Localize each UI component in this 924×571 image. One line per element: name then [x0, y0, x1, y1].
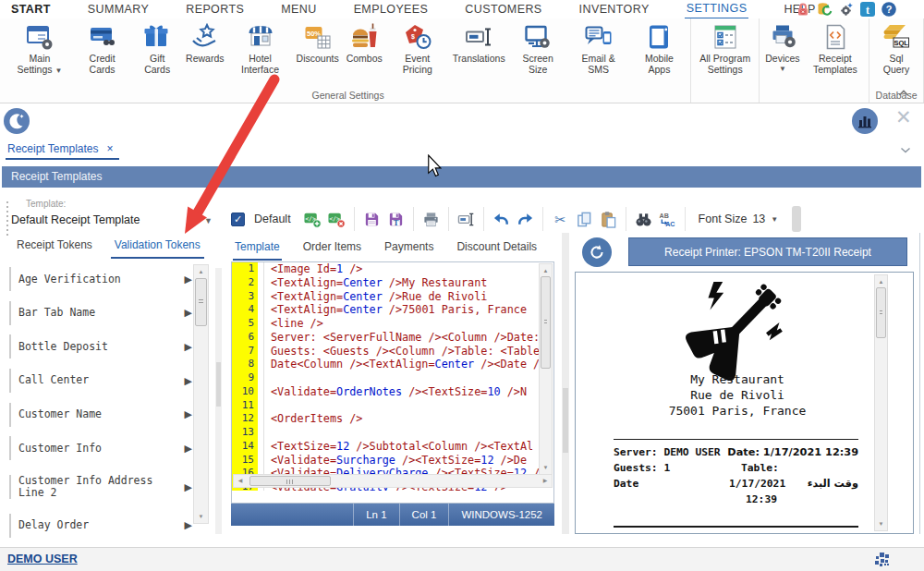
menu-item-start[interactable]: START	[9, 1, 53, 18]
ribbon-item-main-settings[interactable]: Main Settings ▼	[7, 22, 72, 77]
insert-token-play-icon[interactable]: ▶	[185, 375, 192, 387]
token-item-customer-info-address-line-2[interactable]: Customer Info Address Line 2▶	[9, 466, 192, 509]
scrollbar-thumb[interactable]	[195, 278, 207, 326]
insert-token-play-icon[interactable]: ▶	[185, 273, 192, 286]
menu-item-employees[interactable]: EMPLOYEES	[352, 1, 431, 18]
insert-token-play-icon[interactable]: ▶	[185, 341, 192, 353]
token-item-customer-name[interactable]: Customer Name▶	[9, 397, 192, 431]
close-icon[interactable]: ✕	[895, 107, 912, 127]
ribbon-item-email-sms[interactable]: Email & SMS	[567, 22, 630, 76]
menu-item-summary[interactable]: SUMMARY	[86, 1, 151, 18]
toolbar-overflow-handle[interactable]	[792, 206, 801, 232]
default-checkbox[interactable]: ✓	[231, 213, 245, 226]
ribbon-item-event-pricing[interactable]: $Event Pricing	[386, 22, 449, 76]
undo-icon[interactable]	[492, 210, 511, 229]
night-mode-icon[interactable]	[4, 108, 30, 134]
token-item-call-center[interactable]: Call Center▶	[9, 364, 192, 398]
token-item-age-verification[interactable]: Age Verification▶	[9, 262, 192, 297]
insert-token-play-icon[interactable]: ▶	[185, 307, 192, 319]
redo-icon[interactable]	[516, 210, 535, 229]
find-icon[interactable]	[634, 210, 653, 229]
menu-item-settings[interactable]: SETTINGS	[685, 0, 749, 19]
scroll-up-icon[interactable]: ▲	[875, 276, 887, 287]
token-item-customer-info[interactable]: Customer Info▶	[9, 431, 192, 466]
tab-close-icon[interactable]: ×	[107, 142, 114, 155]
insert-token-play-icon[interactable]: ▶	[185, 408, 192, 420]
cut-icon[interactable]: ✂	[551, 210, 570, 229]
insert-token-play-icon[interactable]: ▶	[185, 443, 192, 455]
panel-splitter[interactable]	[215, 268, 222, 534]
ribbon-item-credit-cards[interactable]: Credit Cards	[72, 22, 132, 76]
token-list-scrollbar[interactable]: ▲ ▼	[193, 264, 209, 524]
template-dropdown[interactable]: Default Receipt Template	[11, 213, 140, 226]
ribbon-item-gift-cards[interactable]: Gift Cards	[132, 22, 182, 76]
twitter-icon[interactable]: t	[860, 2, 875, 17]
ribbon-collapse-chevron-icon[interactable]	[898, 89, 909, 99]
scroll-down-icon[interactable]: ▼	[194, 511, 208, 522]
ribbon-item-devices[interactable]: Devices▼	[761, 22, 803, 74]
tab-template[interactable]: Template	[233, 238, 282, 261]
line-number: 9	[232, 371, 258, 385]
ribbon-item-sql-query[interactable]: SQLSql Query	[871, 22, 921, 76]
tab-receipt-templates[interactable]: Receipt Templates ×	[6, 139, 119, 160]
scroll-up-icon[interactable]: ▲	[194, 266, 208, 277]
ribbon-item-combos[interactable]: Combos	[343, 22, 386, 66]
menu-item-inventory[interactable]: INVENTORY	[578, 1, 651, 18]
refresh-preview-button[interactable]	[582, 237, 612, 267]
template-code-editor[interactable]: 1<Image Id=1 />2<TextAlign=Center />My R…	[231, 261, 554, 504]
drag-handle[interactable]	[6, 201, 8, 236]
tab-payments[interactable]: Payments	[383, 238, 435, 261]
code-add-icon[interactable]: </>	[303, 210, 322, 229]
paste-icon[interactable]	[599, 210, 618, 229]
gear-sparkle-icon[interactable]	[839, 2, 854, 17]
ribbon-item-all-program-settings[interactable]: All Program Settings	[693, 22, 757, 76]
font-size-dropdown[interactable]: Font Size 13 ▼	[699, 213, 779, 225]
panel-splitter[interactable]	[562, 233, 569, 534]
menu-item-menu[interactable]: MENU	[279, 1, 318, 18]
token-item-bar-tab-name[interactable]: Bar Tab Name▶	[9, 297, 192, 331]
template-dropdown-caret-icon[interactable]: ▼	[204, 216, 213, 225]
copy-icon[interactable]	[575, 210, 594, 229]
user-link[interactable]: DEMO USER	[7, 553, 78, 565]
ribbon-item-discounts[interactable]: 50%Discounts	[293, 22, 343, 66]
menu-item-customers[interactable]: CUSTOMERS	[463, 1, 543, 18]
editor-hscrollbar[interactable]: ◀ ▶	[233, 474, 553, 488]
save-text-icon[interactable]: T	[386, 210, 406, 229]
ribbon-item-mobile-apps[interactable]: Mobile Apps	[630, 22, 689, 76]
token-item-delay-order[interactable]: Delay Order▶	[9, 509, 192, 543]
scrollbar-thumb[interactable]	[541, 276, 551, 369]
tab-order-items[interactable]: Order Items	[301, 238, 363, 261]
chart-icon[interactable]	[852, 108, 878, 134]
tab-validation-tokens[interactable]: Validation Tokens	[111, 237, 204, 259]
scroll-up-icon[interactable]: ▲	[540, 265, 552, 276]
insert-token-play-icon[interactable]: ▶	[185, 519, 192, 531]
ribbon-item-receipt-templates[interactable]: Receipt Templates	[804, 22, 867, 76]
token-item-bottle-deposit[interactable]: Bottle Deposit▶	[9, 330, 192, 364]
code-remove-icon[interactable]: </>	[327, 210, 346, 229]
scroll-right-icon[interactable]: ▶	[539, 475, 552, 487]
tab-discount-details[interactable]: Discount Details	[455, 238, 539, 261]
ribbon-item-translations[interactable]: Translations	[449, 22, 509, 66]
scrollbar-thumb[interactable]	[249, 476, 331, 486]
save-icon[interactable]	[362, 210, 382, 229]
db-refresh-icon[interactable]	[817, 2, 833, 17]
help-icon[interactable]: ?	[881, 2, 896, 17]
scroll-left-icon[interactable]: ◀	[234, 475, 247, 487]
rename-icon[interactable]	[456, 210, 476, 229]
insert-token-play-icon[interactable]: ▶	[185, 481, 192, 493]
ribbon-item-screen-size[interactable]: Screen Size	[509, 22, 567, 76]
preview-scrollbar[interactable]: ▲ ▼	[874, 274, 888, 531]
menu-item-reports[interactable]: REPORTS	[184, 1, 246, 18]
ribbon-item-hotel-interface[interactable]: Hotel Interface	[228, 22, 293, 76]
receipt-printer-button[interactable]: Receipt Printer: EPSON TM-T20II Receipt	[628, 237, 907, 266]
ribbon-item-rewards[interactable]: Rewards	[182, 22, 227, 66]
print-icon[interactable]	[421, 210, 441, 229]
chevron-down-icon[interactable]	[900, 140, 911, 157]
scrollbar-thumb[interactable]	[876, 287, 886, 338]
tab-receipt-tokens[interactable]: Receipt Tokens	[13, 237, 96, 259]
replace-icon[interactable]: ABAC	[658, 210, 677, 229]
lock-icon[interactable]	[796, 2, 810, 17]
editor-vscrollbar[interactable]: ▲ ▼	[539, 263, 553, 475]
scroll-down-icon[interactable]: ▼	[875, 518, 887, 529]
scroll-down-icon[interactable]: ▼	[540, 462, 552, 473]
